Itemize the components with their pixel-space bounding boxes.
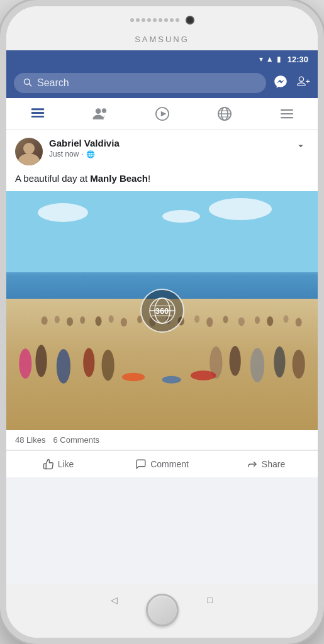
recents-indicator[interactable]: □	[204, 594, 216, 606]
svg-point-21	[95, 316, 101, 326]
fb-header: Search	[6, 68, 318, 98]
nav-bar	[6, 98, 318, 130]
svg-point-40	[102, 350, 115, 381]
svg-point-43	[250, 348, 264, 383]
front-camera	[186, 16, 194, 25]
speaker-dot	[164, 18, 168, 22]
back-indicator[interactable]: ◁	[108, 594, 121, 606]
header-right-icons	[274, 75, 310, 92]
front-camera-area	[130, 16, 194, 25]
svg-point-18	[55, 316, 60, 323]
svg-marker-8	[160, 111, 166, 117]
comment-label: Comment	[150, 459, 189, 469]
status-bar: ▾ ▲ ▮ 12:30	[6, 50, 318, 68]
nav-item-home[interactable]	[17, 103, 59, 125]
cloud	[209, 198, 272, 220]
speaker-dot	[136, 18, 140, 22]
post-text-bold: Manly Beach	[90, 173, 148, 184]
post-stats: 48 Likes 6 Comments	[6, 430, 318, 450]
messenger-icon[interactable]	[274, 75, 288, 92]
svg-point-5	[95, 108, 101, 114]
speaker-dots	[130, 18, 179, 22]
speaker-dot	[159, 18, 162, 22]
samsung-logo: SAMSUNG	[135, 35, 189, 44]
btn-360-label: 360	[155, 306, 169, 316]
comments-count: 6 Comments	[53, 435, 99, 445]
battery-icon: ▮	[277, 55, 281, 64]
svg-point-30	[223, 316, 228, 323]
svg-point-17	[42, 316, 48, 325]
status-icons: ▾ ▲ ▮ 12:30	[259, 55, 308, 64]
svg-point-29	[206, 318, 213, 327]
search-bar[interactable]: Search	[14, 73, 266, 93]
svg-rect-14	[280, 109, 293, 111]
svg-point-31	[238, 318, 245, 326]
dot-separator: ·	[81, 150, 83, 158]
svg-point-42	[230, 346, 241, 376]
post-text-before: A beautiful day at	[15, 173, 90, 184]
post-header: Gabriel Valdivia Just now · 🌐	[6, 130, 318, 170]
home-button[interactable]	[146, 594, 179, 626]
user-name[interactable]: Gabriel Valdivia	[49, 138, 293, 148]
share-label: Share	[262, 459, 285, 469]
svg-point-45	[293, 350, 305, 379]
news-feed: Gabriel Valdivia Just now · 🌐	[6, 130, 318, 584]
svg-point-39	[83, 348, 94, 377]
speaker-dot	[147, 18, 151, 22]
like-button[interactable]: Like	[6, 453, 110, 475]
speaker-dot	[142, 18, 145, 22]
svg-point-44	[274, 347, 285, 378]
svg-point-46	[122, 373, 145, 382]
nav-item-globe[interactable]	[204, 103, 245, 125]
svg-rect-15	[280, 113, 293, 114]
svg-point-35	[296, 318, 302, 327]
svg-rect-3	[31, 112, 43, 114]
svg-point-32	[255, 316, 260, 324]
phone-bottom-bezel: ◁ □	[6, 584, 318, 638]
comment-button[interactable]: Comment	[110, 453, 214, 475]
svg-line-1	[29, 84, 31, 86]
post-image-360[interactable]: 360	[6, 191, 318, 430]
svg-rect-2	[31, 108, 43, 110]
speaker-dot	[176, 18, 179, 22]
cloud	[162, 210, 200, 223]
svg-point-6	[101, 108, 106, 113]
search-placeholder: Search	[37, 77, 257, 89]
nav-item-video[interactable]	[142, 103, 183, 125]
speaker-dot	[153, 18, 157, 22]
avatar[interactable]	[15, 138, 43, 165]
like-label: Like	[58, 459, 74, 469]
share-button[interactable]: Share	[214, 453, 318, 475]
post-dropdown-icon[interactable]	[293, 138, 309, 157]
phone-frame: SAMSUNG ▾ ▲ ▮ 12:30	[0, 0, 324, 644]
phone-screen: ▾ ▲ ▮ 12:30 Search	[6, 50, 318, 584]
svg-point-20	[80, 316, 85, 324]
svg-point-38	[57, 349, 70, 384]
phone-top-bezel: SAMSUNG	[6, 6, 318, 50]
wifi-icon: ▾	[259, 55, 263, 64]
search-icon	[23, 77, 32, 89]
cloud	[38, 203, 88, 222]
svg-point-47	[162, 376, 181, 384]
svg-point-19	[67, 318, 73, 326]
post-text-after: !	[148, 173, 150, 184]
nav-item-menu[interactable]	[266, 103, 308, 125]
post-card: Gabriel Valdivia Just now · 🌐	[6, 130, 318, 477]
svg-point-36	[19, 349, 31, 379]
speaker-dot	[130, 18, 134, 22]
nav-item-friends[interactable]	[79, 103, 121, 125]
svg-point-34	[283, 316, 288, 323]
svg-point-37	[35, 345, 47, 377]
post-user-info: Gabriel Valdivia Just now · 🌐	[49, 138, 293, 158]
friend-requests-icon[interactable]	[296, 75, 310, 92]
svg-rect-4	[31, 116, 43, 118]
likes-count: 48 Likes	[15, 435, 45, 445]
speaker-dot	[170, 18, 174, 22]
svg-point-48	[191, 371, 216, 380]
post-meta: Just now · 🌐	[49, 150, 293, 158]
btn-360[interactable]: 360	[140, 289, 184, 333]
svg-point-22	[109, 316, 114, 323]
svg-point-28	[194, 316, 199, 323]
post-actions: Like Comment Share	[6, 450, 318, 477]
svg-point-23	[121, 318, 127, 327]
